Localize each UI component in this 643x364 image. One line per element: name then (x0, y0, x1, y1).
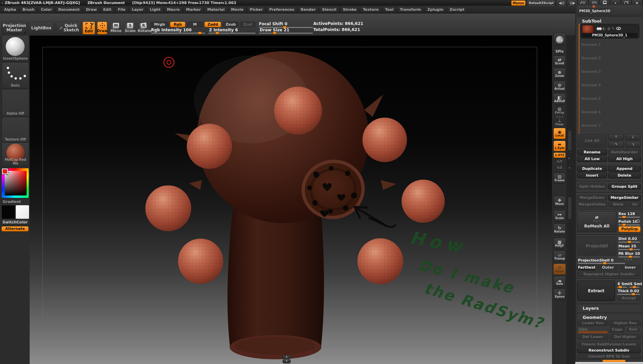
displacement-icon[interactable]: ◑ (607, 26, 610, 31)
gradient-label[interactable]: Gradient (3, 200, 21, 204)
duplicate-button[interactable]: Duplicate (577, 166, 607, 172)
insert-button[interactable]: Insert (577, 173, 607, 178)
merge-visible-button[interactable]: MergeVisible (577, 202, 607, 207)
canvas-scroll-up-button[interactable]: ▲ (283, 355, 291, 359)
subtool-item-unused[interactable]: Unused 1 (581, 42, 639, 47)
uv-button[interactable]: Uv (629, 202, 641, 207)
mean-slider[interactable] (618, 249, 640, 250)
dist-slider[interactable] (618, 242, 640, 243)
polygrp-button[interactable]: PolyGrp (618, 226, 641, 232)
zsub-toggle[interactable]: Zsub (223, 22, 239, 27)
zoom-button[interactable]: ⊕Zoom (553, 68, 566, 79)
menu-picker[interactable]: Picker (247, 6, 265, 13)
edit-button[interactable]: Edit (83, 22, 95, 34)
draw-size-slider[interactable] (259, 33, 313, 34)
subtool-header[interactable]: SubTool (582, 19, 601, 24)
del-higher-button[interactable]: Del Higher (610, 334, 641, 340)
menu-alpha[interactable]: Alpha (1, 6, 19, 13)
s-smt-slider[interactable] (629, 287, 639, 288)
menu-layer[interactable]: Layer (129, 6, 146, 13)
brush-icon[interactable]: ✎ (611, 26, 614, 31)
main-color-swatch[interactable] (1, 205, 15, 219)
menu-transform[interactable]: Transform (397, 6, 424, 13)
inner-button[interactable]: Inner (620, 265, 641, 270)
scale-tool[interactable]: S Scale (124, 22, 136, 33)
menu-render[interactable]: Render (298, 6, 319, 13)
xpose-button[interactable]: ✣Xpose (553, 289, 566, 300)
default-zscript-button[interactable]: DefaultZScript (527, 0, 555, 6)
secondary-color-swatch[interactable] (16, 205, 29, 219)
append-button[interactable]: Append (608, 166, 641, 172)
merge-similar-button[interactable]: MergeSimilar (608, 195, 641, 201)
subtool-move-up-list-button[interactable]: ↷ (608, 142, 624, 148)
canvas-scroll-down-button[interactable]: ▼ (283, 359, 291, 363)
autoreorder-button[interactable]: AutoReorder (608, 149, 641, 155)
menu-zscript[interactable]: Zscript (447, 6, 467, 13)
split-hidden-button[interactable]: Split Hidden (577, 184, 607, 189)
menu-color[interactable]: Color (38, 6, 54, 13)
scroll-palettes-left-button[interactable]: ◀∣∣∣ (557, 0, 566, 6)
rotate-tool[interactable]: R Rotate (138, 22, 150, 33)
switch-color-button[interactable]: SwitchColor (1, 220, 29, 225)
layers-header[interactable]: Layers (583, 306, 599, 311)
freeze-subdivision-button[interactable]: Freeze SubDivision Levels (577, 342, 641, 347)
panel-bottom-scrollbar[interactable] (575, 362, 643, 364)
subtool-move-down-list-button[interactable]: ↴ (625, 142, 641, 148)
delete-button[interactable]: Delete (608, 173, 641, 178)
uv-map-icon[interactable]: ◐ (602, 26, 606, 31)
subtool-item-unused[interactable]: Unused 5 (581, 96, 639, 101)
subtool-down-button[interactable]: ↓ (625, 134, 641, 140)
solo-button[interactable]: ☁Solo (553, 276, 566, 287)
subtool-item-unused[interactable]: Unused 7 (581, 123, 639, 128)
mrgb-toggle[interactable]: Mrgb (150, 22, 169, 27)
merge-down-button[interactable]: MergeDown (577, 195, 607, 201)
persp-button[interactable]: ▦Persp (553, 106, 566, 115)
texture-tile[interactable]: Texture Off (2, 117, 29, 142)
menu-tool[interactable]: Tool (382, 6, 396, 13)
material-tile[interactable]: MatCap Red Wa (2, 143, 29, 166)
rename-button[interactable]: Rename (577, 149, 607, 155)
stroke-tile[interactable]: Dots (2, 62, 29, 88)
lsym-button[interactable]: ⬌L.Sym (553, 141, 566, 151)
aahalf-button[interactable]: ◧AAHalf (553, 93, 566, 104)
alpha-tile[interactable]: Alpha Off (2, 89, 29, 116)
outer-button[interactable]: Outer (597, 265, 618, 270)
subtool-up-button[interactable]: ↑ (608, 134, 624, 140)
move-tool[interactable]: M Move (110, 22, 122, 33)
menu-edit[interactable]: Edit (100, 6, 114, 13)
menu-material[interactable]: Material (204, 6, 227, 13)
reproject-button[interactable]: Reproject Higher Subdiv (577, 272, 641, 277)
menu-zplugin[interactable]: Zplugin (425, 6, 446, 13)
groups-split-button[interactable]: Groups Split (608, 184, 641, 189)
scroll-button[interactable]: ⇄Scroll (553, 56, 566, 67)
lightbox-button[interactable]: LightBox (28, 22, 54, 34)
actual-button[interactable]: ⊙Actual (553, 81, 566, 92)
draw-button[interactable]: Draw (97, 22, 107, 34)
gutter-arrow-left-icon[interactable]: ◂ (568, 166, 570, 169)
cage-button[interactable]: Cage (610, 327, 624, 333)
menu-light[interactable]: Light (147, 6, 163, 13)
menu-draw[interactable]: Draw (83, 6, 99, 13)
ghost-button[interactable]: ∅Ghost (553, 264, 566, 275)
extract-button[interactable]: Extract (577, 281, 615, 301)
alternate-button[interactable]: Alternate (1, 226, 29, 232)
color-picker[interactable] (2, 168, 29, 198)
thick-slider[interactable] (617, 294, 640, 295)
subtool-item-unused[interactable]: Unused 2 (581, 56, 639, 60)
del-lower-button[interactable]: Del Lower (577, 334, 608, 340)
list-all-button[interactable]: List All (577, 134, 607, 148)
current-tool-tile[interactable]: InsertSphere (2, 35, 29, 61)
rot-xyz-button[interactable]: ↻XYZ (553, 152, 566, 158)
rotate-3d-button[interactable]: ↻Rotate (553, 224, 566, 235)
zadd-toggle[interactable]: Zadd (204, 22, 221, 27)
menu-document[interactable]: Document (56, 6, 82, 13)
menu-stencil[interactable]: Stencil (319, 6, 339, 13)
polypaint-icon[interactable]: ●● (596, 26, 601, 31)
document-canvas[interactable]: How Do I make the RadSym? (30, 35, 552, 364)
floor-button[interactable]: ⊥Floor (553, 118, 566, 126)
menus-toggle-button[interactable]: Menus (511, 0, 526, 6)
polish-mode-toggle-icon[interactable] (637, 219, 640, 223)
move-3d-button[interactable]: ✥Move (553, 196, 566, 208)
all-high-button[interactable]: All High (608, 156, 641, 162)
z-intensity-slider[interactable] (208, 33, 256, 34)
